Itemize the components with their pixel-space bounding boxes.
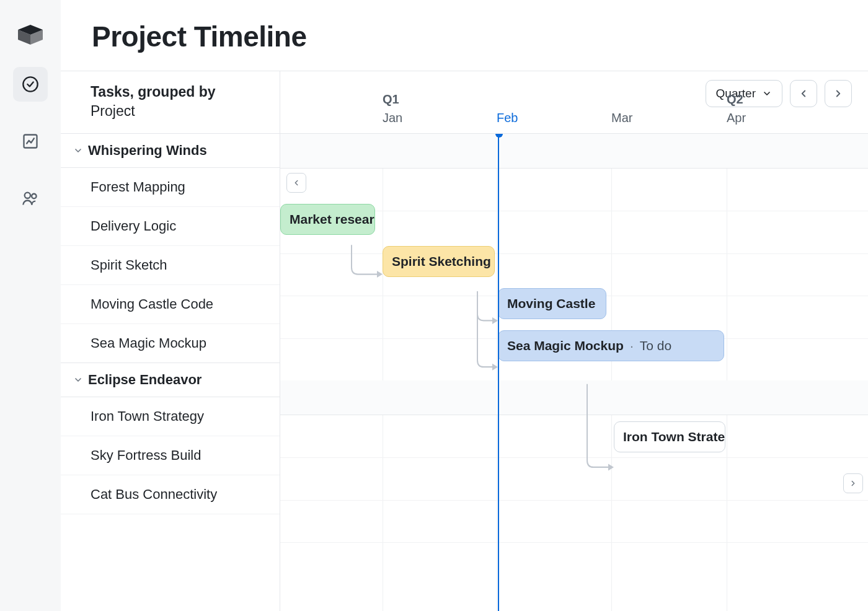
- timeline-header: Tasks, grouped by Project Quarter Q: [61, 71, 868, 134]
- quarter-label: Q1: [383, 92, 399, 107]
- gantt-bar-label: Moving Castle: [507, 296, 595, 311]
- month-gridline: [727, 134, 727, 611]
- scroll-right-button[interactable]: [843, 473, 863, 493]
- gantt-column[interactable]: Market researchSpirit SketchingMoving Ca…: [280, 134, 868, 611]
- month-gridline: [383, 134, 383, 611]
- row-divider: [280, 253, 868, 254]
- row-divider: [280, 542, 868, 543]
- chevron-down-icon: [73, 375, 83, 385]
- month-gridline: [497, 134, 497, 611]
- month-label: Mar: [611, 111, 632, 125]
- project-group-header[interactable]: Whispering Winds: [61, 134, 280, 168]
- app-logo: [18, 25, 43, 45]
- task-list-header: Tasks, grouped by Project: [61, 71, 280, 133]
- nav-reports-icon[interactable]: [13, 124, 48, 159]
- gantt-bar[interactable]: Spirit Sketching: [383, 246, 495, 277]
- task-row[interactable]: Forest Mapping: [61, 168, 280, 207]
- scroll-left-button[interactable]: [286, 173, 306, 193]
- project-group-header[interactable]: Eclipse Endeavor: [61, 363, 280, 397]
- dependency-connector: [477, 291, 493, 367]
- gantt-bar-label: Spirit Sketching: [392, 254, 491, 269]
- task-row[interactable]: Sky Fortress Build: [61, 436, 280, 475]
- month-label: Apr: [727, 111, 746, 125]
- title-bar: Project Timeline: [61, 0, 868, 71]
- task-row[interactable]: Moving Castle Code: [61, 285, 280, 324]
- project-group-name: Whispering Winds: [88, 143, 207, 159]
- project-group-name: Eclipse Endeavor: [88, 372, 202, 388]
- task-row[interactable]: Cat Bus Connectivity: [61, 475, 280, 514]
- axis-header: Quarter Q1Q2 JanFebMarApr: [280, 71, 868, 133]
- group-by-label-2: Project: [91, 103, 261, 120]
- group-by-label-1: Tasks, grouped by: [91, 84, 261, 100]
- page-title: Project Timeline: [92, 20, 837, 53]
- chevron-left-icon: [292, 178, 301, 187]
- chevron-down-icon: [73, 146, 83, 156]
- group-band: [280, 380, 868, 415]
- svg-point-3: [23, 77, 37, 91]
- gantt-bar-label: Market research: [290, 212, 375, 227]
- month-gridline: [611, 134, 612, 611]
- nav-rail: [0, 0, 61, 611]
- main-panel: Project Timeline Tasks, grouped by Proje…: [61, 0, 868, 611]
- quarter-label: Q2: [727, 92, 743, 107]
- group-band: [280, 134, 868, 169]
- task-row[interactable]: Sea Magic Mockup: [61, 324, 280, 363]
- task-list-column: Whispering WindsForest MappingDelivery L…: [61, 134, 280, 611]
- row-divider: [280, 500, 868, 501]
- gantt-bar[interactable]: Market research: [280, 204, 375, 235]
- gantt-bar-label: Sea Magic Mockup: [507, 338, 624, 353]
- svg-point-6: [32, 194, 36, 198]
- dependency-arrowhead: [377, 271, 383, 278]
- dependency-connector: [352, 245, 378, 274]
- gantt-bar-label: Iron Town Strategy: [623, 429, 725, 444]
- nav-tasks-icon[interactable]: [13, 67, 48, 102]
- nav-people-icon[interactable]: [13, 181, 48, 216]
- gantt-bar-status: To do: [630, 338, 671, 353]
- timeline-body: Whispering WindsForest MappingDelivery L…: [61, 134, 868, 611]
- chevron-right-icon: [849, 479, 857, 488]
- month-label: Feb: [497, 111, 518, 125]
- gantt-bar[interactable]: Moving Castle: [498, 288, 606, 319]
- row-divider: [280, 457, 868, 458]
- task-row[interactable]: Spirit Sketch: [61, 246, 280, 285]
- task-row[interactable]: Iron Town Strategy: [61, 397, 280, 436]
- gantt-bar[interactable]: Iron Town Strategy: [614, 421, 725, 452]
- month-label: Jan: [383, 111, 402, 125]
- svg-point-5: [24, 193, 30, 198]
- today-indicator: [498, 134, 499, 611]
- task-row[interactable]: Delivery Logic: [61, 207, 280, 246]
- gantt-bar[interactable]: Sea Magic MockupTo do: [498, 330, 724, 361]
